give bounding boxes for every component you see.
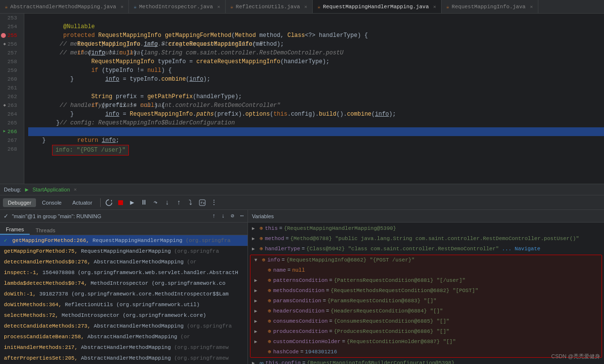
frame-class-2: AbstractHandlerMethodMapping [94,259,187,265]
debug-run-icon: ▶ [25,186,28,193]
frame-method-0: getMappingForMethod:266, [12,238,92,243]
var-patterns-condition[interactable]: ▶ ⊕ patternsCondition = {PatternsRequest… [250,276,602,286]
navigate-link[interactable]: ... Navigate [502,245,540,253]
svg-rect-1 [118,200,123,205]
frame-item-8[interactable]: detectCandidateMethods:273, AbstractHand… [0,321,248,331]
toolbar-tab-console[interactable]: Console [37,198,66,207]
debug-app-name: StartApplication [33,187,70,192]
run-to-cursor-button[interactable]: ⤵ [185,197,196,208]
frame-item-7[interactable]: selectMethods:72, MethodIntrospector (or… [0,310,248,321]
tab-method-introspector[interactable]: ☕ MethodIntrospector.java ✕ [129,0,226,14]
toolbar-tab-actuator[interactable]: Actuator [68,198,97,207]
frame-class-6: ReflectionUtils (org.springframework.uti… [65,302,199,308]
variables-panel: Variables ▶ ⊕ this = {RequestMappingHand… [248,210,604,364]
var-this-config[interactable]: ▶ ∞ this.config = {RequestMappingInfo$Bu… [248,358,604,364]
code-line-258: if (typeInfo != null) { [28,57,604,66]
thread-up-btn[interactable]: ↑ [212,213,215,220]
tab-abstract-handler[interactable]: ☕ AbstractHandlerMethodMapping.java ✕ [0,0,129,14]
breakpoint-255[interactable] [1,33,6,38]
var-handler-type[interactable]: ▶ ⊕ handlerType = {Class@5042} "class co… [248,244,604,254]
frame-method-9: processCandidateBean:258, [4,334,88,340]
frame-pkg-1: (org.springfra [174,248,219,254]
code-line-265: } [28,119,604,127]
java-icon: ☕ [231,4,233,10]
var-this[interactable]: ▶ ⊕ this = {RequestMappingHandlerMapping… [248,224,604,234]
frames-list[interactable]: ✓ getMappingForMethod:266, RequestMappin… [0,235,248,364]
frame-pkg-0: (org.springfra [186,238,231,243]
java-icon: ☕ [134,4,137,10]
frame-class-11: AbstractHandlerMethodMapping [81,355,174,361]
var-info[interactable]: ▼ ⊕ info = {RequestMappingInfo@6862} "{P… [250,255,602,265]
frame-item-10[interactable]: initHandlerMethods:217, AbstractHandlerM… [0,342,248,353]
frame-item-1[interactable]: getMappingForMethod:75, RequestMappingHa… [0,246,248,257]
var-produces-condition[interactable]: ▶ ⊕ producesCondition = {ProducesRequest… [250,327,602,337]
tab-reflection-utils[interactable]: ☕ ReflectionUtils.java ✕ [226,0,313,14]
thread-resume-btn[interactable]: ✓ [4,212,8,220]
frame-class-10: AbstractHandlerMethodMapping [81,345,174,350]
var-hashcode[interactable]: ⊕ hashCode = 1948301216 [250,347,602,357]
frame-class-8: AbstractHandlerMethodMapping [94,323,187,329]
frame-item-3[interactable]: inspect:-1, 1564078808 (org.springframew… [0,267,248,278]
thread-controls: ✓ "main"@1 in group "main": RUNNING ↑ ↓ … [0,210,248,223]
step-over-button[interactable]: ↷ [150,197,161,208]
var-custom-condition-holder[interactable]: ▶ ⊕ customConditionHolder = {RequestCond… [250,337,602,347]
variables-list[interactable]: ▶ ⊕ this = {RequestMappingHandlerMapping… [248,223,604,364]
thread-filter-btn[interactable]: ⊘ [231,212,234,220]
frame-item-5[interactable]: doWith:-1, 391827378 (org.springframewor… [0,289,248,299]
java-icon: ☕ [446,4,449,10]
separator [100,198,101,207]
var-methods-condition[interactable]: ▶ ⊕ methodsCondition = {RequestMethodsRe… [250,286,602,296]
settings-button[interactable]: ⋮ [209,197,219,208]
var-headers-condition[interactable]: ▶ ⊕ headersCondition = {HeadersRequestCo… [250,306,602,316]
line-numbers: 253 254 255 ◆ 256 257 258 259 260 261 26… [0,14,24,184]
threads-tab[interactable]: Threads [30,226,61,235]
var-params-condition[interactable]: ▶ ⊕ paramsCondition = {ParamsRequestCond… [250,296,602,306]
tab-close-2[interactable]: ✕ [304,4,307,10]
var-method[interactable]: ▶ ⊕ method = {Method@6788} "public java.… [248,234,604,244]
code-editor[interactable]: @Nullable protected RequestMappingInfo g… [24,14,604,184]
code-line-261: String prefix = getPathPrefix(handlerTyp… [28,84,604,92]
code-line-263: info = RequestMappingInfo.paths(prefix).… [28,101,604,110]
var-info-name[interactable]: ⊕ name = null [250,265,602,276]
frame-class-9: AbstractHandlerMethodMapping [88,334,180,340]
tab-close-4[interactable]: ✕ [530,4,533,10]
step-out-button[interactable]: ↑ [174,197,184,208]
tab-close-1[interactable]: ✕ [217,4,220,10]
tab-request-mapping-handler[interactable]: ☕ RequestMappingHandlerMapping.java ✕ [313,0,442,14]
code-line-253: @Nullable [28,14,604,22]
frame-item-6[interactable]: doWithMethods:364, ReflectionUtils (org.… [0,299,248,310]
resume-button[interactable]: ▶ [127,197,138,208]
stop-button[interactable] [115,197,126,208]
rerun-button[interactable] [104,197,114,208]
frame-pkg-9: (or [180,334,190,340]
evaluate-button[interactable]: fx [197,197,208,208]
tab-close-0[interactable]: ✕ [121,4,124,10]
code-line-268 [28,145,604,154]
frame-pkg-8: (org.springfra [187,323,231,329]
frame-method-3: inspect:-1, [4,270,42,276]
tab-close-3[interactable]: ✕ [433,4,436,10]
thread-down-btn[interactable]: ↓ [221,213,225,220]
frame-check-0: ✓ [4,238,7,243]
step-into-button[interactable]: ↓ [162,197,173,208]
frame-item-2[interactable]: detectHandlerMethods$0:276, AbstractHand… [0,257,248,267]
frame-item-0[interactable]: ✓ getMappingForMethod:266, RequestMappin… [0,235,248,246]
frame-class-7: MethodIntrospector (org.springframework.… [62,312,206,318]
frame-class-5: 391827378 (org.springframework.core.Meth… [39,291,229,297]
frame-item-11[interactable]: afterPropertiesSet:205, AbstractHandlerM… [0,353,248,364]
tab-request-mapping-info[interactable]: ☕ RequestMappingInfo.java ✕ [442,0,538,14]
debug-tab-close[interactable]: ✕ [74,187,77,192]
toolbar-tab-debugger[interactable]: Debugger [3,198,36,207]
frame-method-10: initHandlerMethods:217, [4,345,81,350]
debug-label: Debug: [4,187,21,192]
code-line-256: if (info != null) { [28,40,604,49]
pause-button[interactable]: ⏸ [139,197,149,208]
thread-more-btn[interactable]: ⋯ [240,212,244,220]
var-consumes-condition[interactable]: ▶ ⊕ consumesCondition = {ConsumesRequest… [250,316,602,327]
frame-item-9[interactable]: processCandidateBean:258, AbstractHandle… [0,331,248,342]
frames-tab[interactable]: Frames [0,225,30,235]
svg-text:fx: fx [200,201,205,205]
code-line-262: if (prefix != null) { [28,92,604,101]
frame-item-4[interactable]: lambda$detectMethods$0:74, MethodIntrosp… [0,278,248,289]
frame-class-1: RequestMappingHandlerMapping [81,248,174,254]
